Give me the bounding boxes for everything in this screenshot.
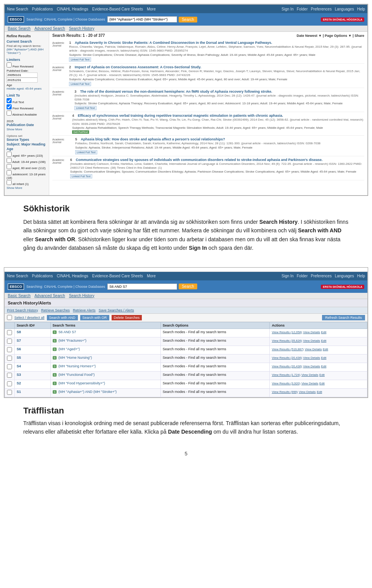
search-history-link-2[interactable]: Search History [69, 294, 95, 298]
result-4-badge[interactable]: Get FullText [72, 130, 89, 134]
nav-folder[interactable]: Folder [297, 7, 308, 11]
row-s7-term-text[interactable]: (MH "Fractures+") [59, 339, 86, 342]
search-history-link[interactable]: Search History [69, 26, 95, 31]
search-input-2[interactable] [107, 284, 177, 290]
save-searches-link[interactable]: Save Searches / Alerts [99, 308, 134, 312]
choose-db-link[interactable]: Choose Databases [76, 17, 105, 21]
nav2-help[interactable]: Help [357, 274, 365, 278]
date-from-input[interactable] [7, 73, 38, 78]
search-with-or-button[interactable]: Search with OR [80, 315, 109, 320]
nav-help[interactable]: Help [357, 7, 365, 11]
basic-search-link-2[interactable]: Basic Search [8, 294, 31, 298]
row-s6-view-results[interactable]: View Results (519,887) [272, 348, 304, 351]
row-s6-checkbox[interactable] [7, 347, 12, 352]
result-6-badge[interactable]: Linked Full Text [70, 174, 92, 178]
row-s7-checkbox[interactable] [7, 339, 12, 344]
peer-reviewed-checkbox[interactable]: Peer Reviewed [7, 62, 47, 68]
nav2-languages[interactable]: Languages [335, 274, 354, 278]
refresh-results-button[interactable]: Refresh Search Results [322, 315, 365, 320]
row-s2-checkbox[interactable] [7, 381, 12, 386]
nav2-cinahl[interactable]: CINAHL Headings [57, 274, 88, 278]
row-s1-term-text[interactable]: (MH "Aphasia+") AND (MH "Stroke+") [59, 390, 117, 394]
row-s7-view-results[interactable]: View Results (35,626) [272, 339, 302, 342]
nav-preferences[interactable]: Preferences [311, 7, 332, 11]
row-s6-edit[interactable]: Edit [323, 348, 328, 351]
row-s2-view-results[interactable]: View Results (3,920) [272, 382, 300, 385]
row-s4-term-text[interactable]: (MH "Nursing Homes+") [59, 364, 96, 368]
result-5-title[interactable]: Aphasia blog talk: How does stroke and a… [81, 137, 225, 141]
print-history-link[interactable]: Print Search History [7, 308, 38, 312]
row-s3-checkbox[interactable] [7, 373, 12, 378]
row-s8-view-results[interactable]: View Results (12,058) [272, 330, 302, 334]
result-5-badge[interactable]: Linked Full Text [75, 150, 97, 154]
row-s2-edit[interactable]: Edit [319, 382, 325, 385]
row-s1-edit[interactable]: Edit [317, 390, 322, 394]
row-s2-term-text[interactable]: (MH "Food Hypersensitivity+") [59, 381, 105, 385]
age-19-check[interactable]: Adult: 19-44 years (198) [7, 158, 47, 164]
nav2-signin[interactable]: Sign In [282, 274, 294, 278]
row-s5-edit[interactable]: Edit [321, 356, 327, 360]
row-s1-checkbox[interactable] [7, 390, 12, 395]
search-button-1[interactable]: Search [179, 17, 197, 22]
nav2-publications[interactable]: Publications [32, 274, 53, 278]
row-s7-view-details[interactable]: View Details [303, 339, 320, 342]
row-s3-term-text[interactable]: (MH "Functional Food") [59, 373, 95, 377]
search-input-1[interactable] [107, 16, 177, 22]
age-65-check[interactable]: aged: 65+ years (223) [7, 152, 47, 157]
show-more-2[interactable]: Show More [7, 186, 47, 190]
row-s2-view-details[interactable]: View Details [301, 382, 319, 385]
result-6-title[interactable]: Communicative strategies used by spouses… [76, 158, 323, 162]
row-s1-view-results[interactable]: View Results (999) [272, 390, 298, 394]
nav-more[interactable]: More [147, 7, 156, 11]
nav-ebc[interactable]: Evidence-Based Care Sheets [92, 7, 143, 11]
row-s6-view-details[interactable]: View Details [305, 348, 322, 351]
nav-languages[interactable]: Languages [335, 7, 354, 11]
row-s3-view-results[interactable]: View Results (1,724) [272, 373, 300, 377]
result-2-badge[interactable]: Linked Full Text [69, 82, 91, 86]
advanced-search-link[interactable]: Advanced Search [34, 26, 65, 31]
row-s4-view-details[interactable]: View Details [303, 365, 320, 368]
abstract-check[interactable]: Abstract Available [7, 111, 47, 116]
peer-reviewed-check2[interactable]: Peer Reviewed [7, 104, 47, 110]
delete-searches-button[interactable]: Delete Searches [112, 315, 142, 320]
row-s7-edit[interactable]: Edit [321, 339, 327, 342]
nav2-new-search[interactable]: New Search [7, 274, 28, 278]
row-s8-edit[interactable]: Edit [321, 330, 327, 334]
retrieve-alerts-link[interactable]: Retrieve Alerts [73, 308, 96, 312]
nav2-more[interactable]: More [147, 274, 156, 278]
row-s8-view-details[interactable]: View Details [303, 330, 320, 334]
result-1-title[interactable]: Aphasia Severity in Chronic Stroke Patie… [75, 41, 272, 45]
age-80-check[interactable]: aged, 80 and over (112) [7, 164, 47, 170]
nav-publications[interactable]: Publications [32, 7, 53, 11]
basic-search-link[interactable]: Basic Search [8, 26, 31, 31]
result-3-title[interactable]: The role of the dominant versus the non-… [80, 90, 272, 93]
result-1-badge[interactable]: Linked Full Text [69, 57, 91, 62]
date-to-input[interactable] [7, 78, 38, 83]
result-3-badge[interactable]: Linked Full Text [74, 106, 96, 110]
nav2-folder[interactable]: Folder [297, 274, 308, 278]
full-text-check[interactable]: Full Text [7, 98, 47, 104]
result-2-title[interactable]: Impact of Aphasia on Consciousness Asses… [75, 65, 202, 69]
row-s4-view-results[interactable]: View Results (20,436) [272, 365, 302, 368]
row-s5-term-text[interactable]: (MH "Home Nursing") [59, 356, 92, 360]
search-button-2[interactable]: Search [179, 284, 197, 289]
row-s5-checkbox[interactable] [7, 356, 12, 361]
row-s4-edit[interactable]: Edit [321, 365, 327, 368]
row-s4-checkbox[interactable] [7, 364, 12, 369]
result-4-title[interactable]: Efficacy of synchronous verbal training … [78, 114, 283, 118]
row-s3-view-details[interactable]: View Details [301, 373, 319, 377]
select-all-checkbox[interactable] [7, 315, 12, 320]
age-13-check[interactable]: adolescent: 13-18 years (18) [7, 170, 47, 180]
nav-signin[interactable]: Sign In [282, 7, 294, 11]
row-s8-checkbox[interactable] [7, 330, 12, 335]
age-infant-check[interactable]: all infant (1) [7, 180, 47, 186]
row-s6-term-text[interactable]: (MH "Aged+") [59, 347, 80, 351]
choose-db-link-2[interactable]: Choose Databases [76, 285, 105, 289]
row-s5-view-details[interactable]: View Details [303, 356, 320, 360]
nav2-ebc[interactable]: Evidence-Based Care Sheets [92, 274, 143, 278]
search-with-and-button[interactable]: Search with AND [47, 315, 78, 320]
show-more-1[interactable]: Show More [7, 128, 47, 131]
retrieve-searches-link[interactable]: Retrieve Searches [41, 308, 70, 312]
select-deselect-link[interactable]: Select / deselect all [14, 316, 45, 320]
advanced-search-link-2[interactable]: Advanced Search [34, 294, 65, 298]
